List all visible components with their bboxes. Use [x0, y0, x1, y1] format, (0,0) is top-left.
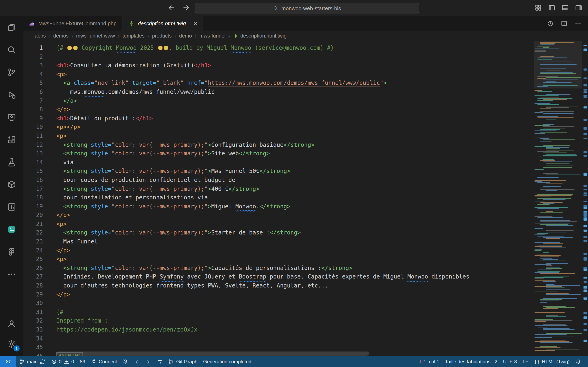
editor-actions — [547, 16, 588, 31]
remote-explorer-icon — [7, 113, 16, 122]
status-nav-forward[interactable] — [143, 356, 154, 367]
status-label: L 1, col 1 — [420, 359, 439, 365]
history-forward-button[interactable] — [182, 4, 190, 12]
breadcrumb-item[interactable]: products — [152, 33, 172, 39]
remote-icon — [5, 359, 11, 365]
horizontal-scrollbar[interactable] — [56, 351, 369, 356]
status-branch[interactable]: main — [16, 356, 48, 367]
breadcrumb-separator-icon: › — [228, 33, 230, 39]
plug-icon — [91, 359, 97, 365]
status-label: UTF-8 — [503, 359, 517, 365]
search-icon — [273, 6, 278, 11]
activity-item-search[interactable] — [0, 39, 23, 61]
line-number: 15 — [23, 167, 56, 176]
status-nav-back[interactable] — [131, 356, 143, 367]
editor-area: MwsFunnelFixtureCommand.phpdescription.h… — [23, 16, 588, 356]
activity-item-accounts[interactable] — [0, 313, 23, 334]
line-number: 18 — [23, 193, 56, 202]
line-content: </p> — [56, 211, 70, 220]
breadcrumb-item[interactable]: templates — [122, 33, 145, 39]
command-center[interactable]: monwoo-web-starters-bis — [195, 3, 419, 13]
moon-emoji — [158, 46, 162, 50]
activity-item-chart[interactable] — [0, 196, 23, 218]
code-line: 2 — [23, 52, 534, 61]
code-line: 31{# — [23, 308, 534, 317]
customize-layout-icon[interactable] — [535, 4, 542, 11]
close-tab-icon[interactable]: × — [194, 20, 198, 26]
toggle-panel-icon[interactable] — [562, 4, 569, 11]
status-label: Git Graph — [176, 359, 198, 365]
status-eol[interactable]: LF — [520, 356, 531, 367]
line-number: 12 — [23, 141, 56, 149]
tab-description-html-twig[interactable]: description.html.twig× — [123, 16, 203, 31]
line-number: 5 — [23, 79, 56, 88]
status-language-mode[interactable]: {}HTML (Twig) — [531, 356, 572, 367]
breadcrumb-item[interactable]: mws-funnel-www — [76, 33, 115, 39]
line-number: 23 — [23, 237, 56, 246]
activity-bar: 1 — [0, 16, 23, 356]
line-content: mws.monwoo.com/demos/mws-funnel/www/publ… — [56, 88, 215, 96]
line-content: <p> — [56, 70, 67, 79]
vscode-window: monwoo-web-starters-bis 1 MwsFunnelFixtu… — [0, 0, 588, 367]
breadcrumb-item[interactable]: mws-funnel — [199, 33, 226, 39]
timeline-icon[interactable] — [547, 20, 554, 27]
split-editor-icon[interactable] — [561, 20, 568, 27]
activity-item-source-control[interactable] — [0, 61, 23, 83]
status-message[interactable]: Generation completed. — [200, 356, 256, 367]
status-remote[interactable] — [0, 356, 16, 367]
status-notifications[interactable] — [572, 356, 584, 367]
breadcrumb-item[interactable]: demo — [179, 33, 192, 39]
status-connect[interactable]: Connect — [88, 356, 120, 367]
line-number: 20 — [23, 211, 56, 220]
branch-name: main — [27, 359, 38, 365]
run-debug-icon — [7, 90, 16, 100]
line-number: 25 — [23, 255, 56, 264]
activity-item-extensions[interactable] — [0, 128, 23, 151]
activity-item-media[interactable] — [0, 218, 23, 241]
status-filters[interactable] — [154, 356, 165, 367]
code-editor[interactable]: 1{# Copyright Monwoo 2025 , build by Mig… — [23, 41, 588, 356]
tab-mwsfunnelfixturecommand-php[interactable]: MwsFunnelFixtureCommand.php — [23, 16, 123, 31]
status-notifications-muted[interactable] — [120, 356, 131, 367]
status-encoding[interactable]: UTF-8 — [500, 356, 520, 367]
bell-slash-icon — [123, 359, 129, 365]
more-actions-icon[interactable] — [575, 20, 581, 27]
command-center-text: monwoo-web-starters-bis — [281, 5, 341, 11]
code-line: 35 — [23, 343, 534, 352]
activity-item-design[interactable] — [0, 241, 23, 263]
activity-item-package[interactable] — [0, 173, 23, 196]
activity-item-remote-explorer[interactable] — [0, 106, 23, 128]
line-number: 32 — [23, 317, 56, 325]
code-line: 17 <strong style="color: var(--mws-prima… — [23, 184, 534, 193]
activity-item-testing[interactable] — [0, 151, 23, 173]
line-content: </p> — [56, 290, 70, 299]
line-content: <a class="nav-link" target="_blank" href… — [56, 79, 387, 88]
toggle-secondary-sidebar-icon[interactable] — [575, 4, 582, 11]
breadcrumb-item[interactable]: demos — [53, 33, 69, 39]
arrow-right-icon — [146, 359, 151, 365]
status-git-graph[interactable]: Git Graph — [165, 356, 200, 367]
breadcrumb-item[interactable]: apps — [35, 33, 46, 39]
design-icon — [7, 247, 16, 257]
breadcrumb: apps›demos›mws-funnel-www›templates›prod… — [23, 31, 588, 41]
line-content: <p> — [56, 132, 67, 141]
status-counter[interactable]: 89 — [77, 356, 88, 367]
activity-item-explorer[interactable] — [0, 16, 23, 39]
line-content: <p> — [56, 255, 67, 264]
code-line: 26 <strong style="color: var(--mws-prima… — [23, 264, 534, 273]
line-number: 16 — [23, 176, 56, 184]
status-cursor-position[interactable]: L 1, col 1 — [417, 356, 442, 367]
git-graph-icon — [168, 359, 174, 365]
activity-item-more[interactable] — [0, 263, 23, 285]
history-back-button[interactable] — [167, 4, 176, 12]
toggle-sidebar-icon[interactable] — [548, 4, 555, 11]
minimap[interactable] — [534, 42, 582, 356]
activity-item-settings[interactable]: 1 — [0, 334, 23, 354]
code-line: 29</p> — [23, 290, 534, 299]
code-line: 15 <strong style="color: var(--mws-prima… — [23, 167, 534, 176]
status-indentation[interactable]: Taille des tabulations : 2 — [442, 356, 500, 367]
breadcrumb-file[interactable]: description.html.twig — [233, 33, 287, 39]
status-problems[interactable]: 00 — [48, 356, 77, 367]
status-label: Taille des tabulations : 2 — [445, 359, 497, 365]
activity-item-run-debug[interactable] — [0, 83, 23, 106]
